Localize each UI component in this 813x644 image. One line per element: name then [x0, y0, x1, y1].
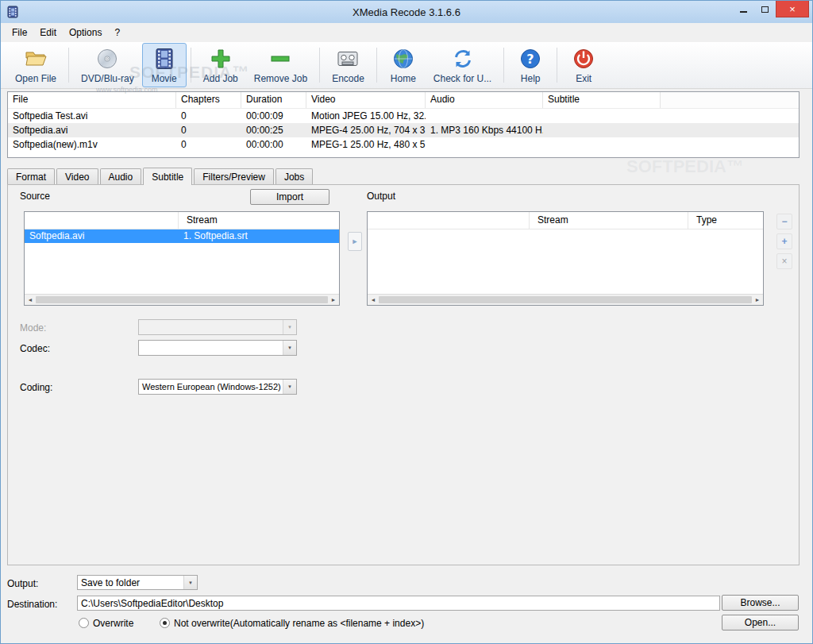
scroll-right-icon[interactable]: ► — [753, 297, 762, 303]
toolbar-separator — [503, 48, 504, 83]
tab-audio[interactable]: Audio — [100, 168, 142, 184]
column-filler — [661, 92, 799, 108]
menu-edit[interactable]: Edit — [33, 25, 63, 40]
scroll-left-icon[interactable]: ◄ — [25, 297, 35, 303]
column-subtitle[interactable]: Subtitle — [543, 92, 661, 108]
output-table-header: Stream Type — [368, 212, 763, 229]
subtitle-output-table: Stream Type ◄ ► — [367, 211, 764, 306]
source-file-column[interactable] — [25, 212, 179, 229]
import-button[interactable]: Import — [250, 189, 329, 205]
menu-options[interactable]: Options — [63, 25, 108, 40]
toolbar-remove-job[interactable]: Remove Job — [246, 43, 315, 87]
cell-file: Softpedia.avi — [8, 123, 176, 137]
subtitle-panel: Source Import Output Stream Softpedia.av… — [7, 184, 800, 565]
cell-subtitle — [543, 137, 661, 152]
cell-file: Softpedia Test.avi — [8, 109, 176, 123]
x-icon: × — [781, 256, 787, 267]
output-stream-column[interactable]: Stream — [530, 212, 688, 229]
maximize-button[interactable] — [754, 1, 776, 17]
menu-help[interactable]: ? — [108, 25, 126, 40]
movie-filmstrip-icon — [150, 46, 179, 71]
toolbar-home[interactable]: Home — [381, 43, 426, 87]
column-video[interactable]: Video — [306, 92, 426, 108]
toolbar-help[interactable]: ? Help — [508, 43, 553, 87]
not-overwrite-radio[interactable] — [160, 618, 170, 628]
column-duration[interactable]: Duration — [241, 92, 306, 108]
not-overwrite-radio-label[interactable]: Not overwrite(Automatically rename as <f… — [174, 618, 424, 629]
file-row[interactable]: Softpedia Test.avi 0 00:00:09 Motion JPE… — [8, 109, 799, 123]
cell-duration: 00:00:00 — [241, 137, 306, 152]
toolbar-separator — [68, 48, 69, 83]
source-hscrollbar[interactable]: ◄ ► — [25, 294, 339, 305]
toolbar-exit[interactable]: Exit — [561, 43, 606, 87]
overwrite-radio[interactable] — [79, 618, 89, 628]
tab-subtitle[interactable]: Subtitle — [143, 168, 192, 185]
subtitle-source-table: Stream Softpedia.avi 1. Softpedia.srt ◄ … — [24, 211, 340, 306]
toolbar-movie-label: Movie — [152, 73, 177, 84]
scroll-thumb[interactable] — [36, 296, 328, 303]
output-file-column[interactable] — [368, 212, 530, 229]
add-stream-button[interactable]: + — [776, 233, 792, 249]
column-chapters[interactable]: Chapters — [176, 92, 241, 108]
minimize-button[interactable] — [733, 1, 754, 17]
check-updates-icon — [449, 46, 477, 71]
delete-stream-button[interactable]: × — [776, 253, 792, 269]
menubar: File Edit Options ? — [1, 23, 812, 42]
tab-format[interactable]: Format — [7, 168, 55, 184]
close-button[interactable]: × — [776, 1, 809, 17]
open-button[interactable]: Open... — [722, 615, 799, 631]
coding-label: Coding: — [20, 382, 52, 393]
destination-input[interactable] — [77, 596, 720, 611]
overwrite-radio-label[interactable]: Overwrite — [93, 618, 133, 629]
toolbar-dvd-bluray[interactable]: DVD/Blu-ray — [73, 43, 142, 87]
tab-bar: Format Video Audio Subtitle Filters/Prev… — [7, 168, 314, 185]
softpedia-watermark-faint: SOFTPEDIA™ — [626, 156, 744, 177]
output-type-column[interactable]: Type — [688, 212, 763, 229]
column-audio[interactable]: Audio — [426, 92, 543, 108]
toolbar-separator — [191, 48, 191, 83]
tab-video[interactable]: Video — [56, 168, 98, 184]
destination-label: Destination: — [7, 599, 57, 610]
source-stream-column[interactable]: Stream — [179, 212, 339, 229]
scroll-thumb[interactable] — [379, 296, 752, 303]
cell-video: Motion JPEG 15.00 Hz, 32... — [306, 109, 426, 123]
tab-filters-preview[interactable]: Filters/Preview — [194, 168, 274, 184]
scroll-right-icon[interactable]: ► — [329, 297, 338, 303]
help-question-icon: ? — [516, 46, 545, 71]
cell-audio — [426, 109, 543, 123]
cell-audio: 1. MP3 160 Kbps 44100 H... — [426, 123, 543, 137]
coding-select[interactable]: Western European (Windows-1252) ▼ — [138, 379, 297, 395]
file-row[interactable]: Softpedia(new).m1v 0 00:00:00 MPEG-1 25.… — [8, 137, 799, 152]
coding-value: Western European (Windows-1252) — [139, 382, 283, 391]
minimize-icon — [740, 11, 747, 13]
toolbar-encode[interactable]: Encode — [324, 43, 372, 87]
toolbar-open-file[interactable]: Open File — [7, 43, 64, 87]
transfer-to-output-button[interactable]: ► — [348, 232, 362, 251]
scroll-left-icon[interactable]: ◄ — [368, 297, 378, 303]
plus-icon: + — [781, 236, 787, 247]
file-row-selected[interactable]: Softpedia.avi 0 00:00:25 MPEG-4 25.00 Hz… — [8, 123, 799, 137]
output-mode-select[interactable]: Save to folder ▼ — [77, 575, 198, 590]
remove-stream-button[interactable]: − — [776, 214, 792, 229]
cell-subtitle — [543, 123, 661, 137]
source-row-stream: 1. Softpedia.srt — [179, 229, 339, 243]
toolbar-movie[interactable]: Movie — [142, 43, 187, 87]
output-hscrollbar[interactable]: ◄ ► — [368, 294, 763, 305]
column-file[interactable]: File — [8, 92, 176, 108]
menu-file[interactable]: File — [6, 25, 33, 40]
toolbar-check-updates[interactable]: Check for U... — [426, 43, 499, 87]
cell-file: Softpedia(new).m1v — [8, 137, 176, 152]
toolbar-add-job[interactable]: Add Job — [195, 43, 246, 87]
cell-chapters: 0 — [176, 137, 241, 152]
tab-jobs[interactable]: Jobs — [275, 168, 313, 184]
remove-minus-icon — [266, 46, 295, 71]
cell-video: MPEG-1 25.00 Hz, 480 x 5... — [306, 137, 426, 152]
open-file-icon — [21, 46, 50, 71]
source-stream-row[interactable]: Softpedia.avi 1. Softpedia.srt — [25, 229, 339, 243]
toolbar-encode-label: Encode — [332, 73, 364, 84]
output-mode-label: Output: — [7, 578, 38, 589]
toolbar-separator — [557, 48, 557, 83]
browse-button[interactable]: Browse... — [722, 595, 799, 611]
codec-select[interactable]: ▼ — [138, 340, 297, 356]
home-globe-icon — [389, 46, 418, 71]
